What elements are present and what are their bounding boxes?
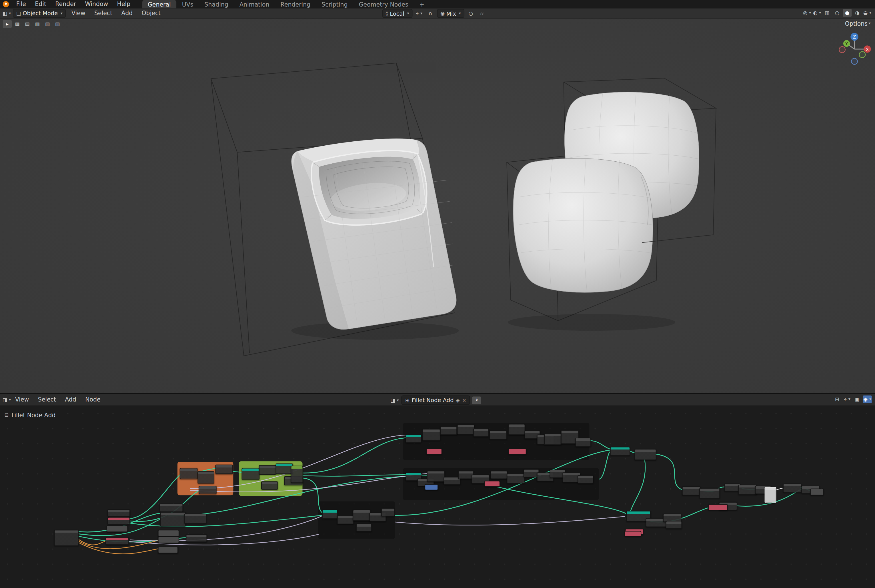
- snap-toggle[interactable]: ∩: [426, 9, 434, 17]
- graph-node[interactable]: [682, 486, 701, 495]
- graph-node[interactable]: [242, 468, 260, 480]
- proportional-falloff-dropdown[interactable]: ≈: [478, 9, 486, 17]
- graph-node[interactable]: [624, 531, 641, 537]
- graph-node[interactable]: [426, 448, 442, 454]
- node-tree-name-field[interactable]: ⊞ Fillet Node Add ◈ ×: [401, 396, 470, 405]
- menu-window[interactable]: Window: [81, 0, 112, 8]
- graph-node[interactable]: [158, 537, 179, 543]
- tab-animation[interactable]: Animation: [234, 0, 275, 8]
- graph-node[interactable]: [473, 428, 489, 436]
- node-menu-select[interactable]: Select: [34, 396, 60, 404]
- graph-node[interactable]: [634, 449, 656, 460]
- graph-node[interactable]: [427, 471, 445, 482]
- graph-node[interactable]: [356, 524, 372, 531]
- node-overlap-icon[interactable]: ▣: [853, 396, 861, 403]
- graph-node[interactable]: [765, 487, 776, 503]
- pin-toggle[interactable]: ⌖: [472, 396, 481, 404]
- graph-node[interactable]: [666, 521, 682, 529]
- graph-node[interactable]: [108, 517, 130, 525]
- graph-node[interactable]: [54, 530, 78, 546]
- transform-orientation-dropdown[interactable]: ◊ Local ▾: [382, 9, 412, 18]
- graph-node[interactable]: [381, 508, 395, 516]
- graph-node[interactable]: [708, 504, 728, 510]
- browse-node-tree-dropdown[interactable]: ◨ ▾: [390, 396, 399, 404]
- graph-node[interactable]: [422, 429, 440, 441]
- graph-node[interactable]: [322, 510, 338, 519]
- editor-type-icon[interactable]: ◨ ▾: [2, 396, 11, 404]
- graph-node[interactable]: [544, 433, 562, 445]
- options-dropdown[interactable]: Options ▾: [845, 20, 871, 27]
- graph-node[interactable]: [441, 426, 457, 435]
- node-menu-add[interactable]: Add: [61, 396, 80, 404]
- graph-node[interactable]: [738, 484, 757, 495]
- graph-node[interactable]: [576, 438, 591, 447]
- graph-node[interactable]: [699, 488, 720, 499]
- shading-solid-icon[interactable]: ●: [843, 9, 852, 16]
- graph-node[interactable]: [507, 474, 525, 483]
- graph-node[interactable]: [198, 486, 216, 494]
- tweak-tool-icon[interactable]: ▸: [3, 20, 12, 28]
- graph-node[interactable]: [491, 471, 508, 479]
- graph-node[interactable]: [197, 471, 214, 483]
- show-overlays-icon[interactable]: ◐▾: [813, 9, 822, 16]
- tab-uvs[interactable]: UVs: [176, 0, 199, 8]
- show-gizmo-icon[interactable]: ◎▾: [803, 9, 811, 16]
- menu-file[interactable]: File: [12, 0, 30, 8]
- graph-node[interactable]: [108, 509, 130, 516]
- overlay-grid-a-icon[interactable]: ▦: [13, 20, 22, 28]
- tab-rendering[interactable]: Rendering: [275, 0, 316, 8]
- proportional-editing-toggle[interactable]: ○: [466, 9, 475, 17]
- graph-node[interactable]: [353, 510, 370, 521]
- graph-node[interactable]: [484, 481, 500, 487]
- viewport-menu-select[interactable]: Select: [90, 9, 116, 17]
- shading-rendered-icon[interactable]: ◒▾: [863, 9, 872, 16]
- graph-node[interactable]: [337, 516, 354, 524]
- graph-node[interactable]: [186, 534, 207, 542]
- blender-logo-icon[interactable]: [3, 1, 9, 7]
- graph-node[interactable]: [406, 434, 421, 442]
- graph-node[interactable]: [184, 514, 206, 524]
- gizmo-neg-x[interactable]: [839, 46, 845, 52]
- graph-node[interactable]: [783, 483, 801, 492]
- graph-node[interactable]: [276, 464, 293, 474]
- overlay-grid-e-icon[interactable]: ▨: [53, 20, 62, 28]
- node-menu-node[interactable]: Node: [81, 396, 104, 404]
- graph-node[interactable]: [107, 525, 128, 532]
- editor-type-icon[interactable]: ◧ ▾: [2, 9, 11, 17]
- tab-scripting[interactable]: Scripting: [316, 0, 353, 8]
- graph-node[interactable]: [508, 448, 526, 454]
- tab-general[interactable]: General: [142, 0, 176, 8]
- tab-geometry-nodes[interactable]: Geometry Nodes: [353, 0, 414, 8]
- menu-render[interactable]: Render: [51, 0, 80, 8]
- graph-node[interactable]: [158, 547, 178, 553]
- node-graph-canvas[interactable]: ⊟ Fillet Node Add: [0, 406, 875, 588]
- graph-node[interactable]: [215, 465, 233, 474]
- menu-edit[interactable]: Edit: [31, 0, 50, 8]
- pivot-point-dropdown[interactable]: ◉ Mix ▾: [437, 9, 464, 18]
- graph-node[interactable]: [577, 475, 593, 483]
- tab-+[interactable]: +: [414, 0, 430, 8]
- gizmo-neg-y[interactable]: [859, 52, 865, 58]
- menu-help[interactable]: Help: [113, 0, 134, 8]
- graph-node[interactable]: [425, 484, 438, 490]
- graph-node[interactable]: [490, 430, 507, 440]
- graph-node[interactable]: [105, 537, 129, 545]
- graph-node[interactable]: [259, 465, 276, 475]
- unlink-icon[interactable]: ×: [462, 398, 466, 403]
- viewport-menu-view[interactable]: View: [68, 9, 89, 17]
- overlay-grid-c-icon[interactable]: ▥: [33, 20, 42, 28]
- viewport-menu-object[interactable]: Object: [138, 9, 165, 17]
- graph-node[interactable]: [180, 468, 197, 479]
- graph-node[interactable]: [160, 504, 183, 512]
- overlay-grid-b-icon[interactable]: ▤: [23, 20, 32, 28]
- graph-node[interactable]: [508, 424, 525, 435]
- snap-target-dropdown[interactable]: ⌖ ▾: [415, 9, 424, 17]
- viewport-canvas[interactable]: Z Y X ▸▦▤▥▧▨ Options ▾: [0, 18, 875, 393]
- toggle-xray-icon[interactable]: ▥: [823, 9, 831, 16]
- shading-material-icon[interactable]: ◑: [853, 9, 861, 16]
- shading-wireframe-icon[interactable]: ○: [833, 9, 842, 16]
- graph-node[interactable]: [610, 447, 630, 456]
- graph-node[interactable]: [160, 512, 186, 526]
- overlay-grid-d-icon[interactable]: ▧: [43, 20, 52, 28]
- node-menu-view[interactable]: View: [11, 396, 33, 404]
